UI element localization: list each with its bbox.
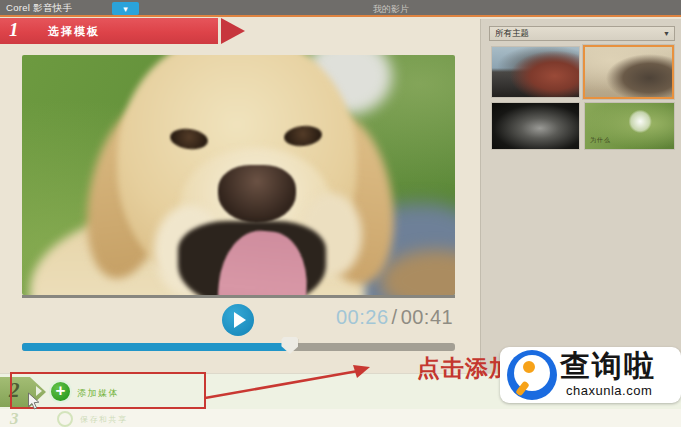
- template-thumb-bus-mono[interactable]: [492, 103, 579, 149]
- save-share-icon: [57, 411, 73, 427]
- step3-number: 3: [10, 409, 19, 427]
- play-icon: [234, 312, 246, 328]
- theme-filter-label: 所有主题: [495, 28, 529, 38]
- play-button[interactable]: [222, 304, 254, 336]
- theme-filter-dropdown[interactable]: 所有主题 ▼: [489, 26, 675, 41]
- watermark-domain: chaxunla.com: [566, 383, 652, 398]
- step3-label: 保存和共享: [80, 414, 128, 425]
- plus-icon: +: [51, 381, 70, 400]
- template-thumb-bus-vintage-selected[interactable]: [583, 45, 674, 99]
- dropdown-arrow-icon: ▼: [663, 27, 670, 40]
- watermark-title: 查询啦: [560, 346, 656, 387]
- annotation-text: 点击添加: [417, 353, 513, 384]
- watermark-logo: 查询啦 chaxunla.com: [500, 347, 681, 403]
- preview-image: [22, 55, 455, 295]
- step1-number: 1: [9, 19, 19, 41]
- step2-number: 2: [9, 378, 20, 403]
- seek-handle[interactable]: [281, 337, 298, 354]
- current-time: 00:26: [336, 306, 389, 329]
- time-display: 00:26 / 00:41: [336, 306, 456, 329]
- progress-fill: [22, 343, 290, 351]
- title-bar: Corel 影音快手 ▾ 我的影片: [0, 0, 681, 17]
- chevron-down-icon: ▾: [123, 4, 128, 14]
- magnifier-ring: [523, 361, 535, 373]
- step1-banner[interactable]: 1 选择模板: [0, 18, 218, 44]
- app-title: Corel 影音快手: [6, 2, 72, 15]
- step1-banner-arrow-icon: [221, 18, 245, 44]
- step1-label: 选择模板: [48, 24, 100, 39]
- app-menu-button[interactable]: ▾: [112, 2, 139, 15]
- photo-shape: [218, 165, 296, 223]
- tab-my-movie[interactable]: 我的影片: [373, 3, 409, 16]
- step3-row[interactable]: 3 保存和共享: [0, 409, 681, 427]
- time-separator: /: [392, 306, 398, 329]
- preview-bottom-edge: [22, 295, 455, 298]
- thumbnail-caption: 为什么: [590, 136, 611, 145]
- add-media-button[interactable]: +: [49, 380, 72, 403]
- app-window: Corel 影音快手 ▾ 我的影片 1 选择模板 00:26 / 00:41: [0, 0, 681, 427]
- template-thumb-dandelion[interactable]: 为什么: [585, 103, 674, 149]
- chevron-right-icon: [36, 386, 42, 396]
- add-media-label: 添加媒体: [77, 387, 119, 400]
- magnifier-icon: [507, 350, 557, 400]
- total-time: 00:41: [401, 306, 454, 329]
- template-thumb-bus-color[interactable]: [492, 47, 579, 97]
- seek-bar[interactable]: [22, 343, 455, 351]
